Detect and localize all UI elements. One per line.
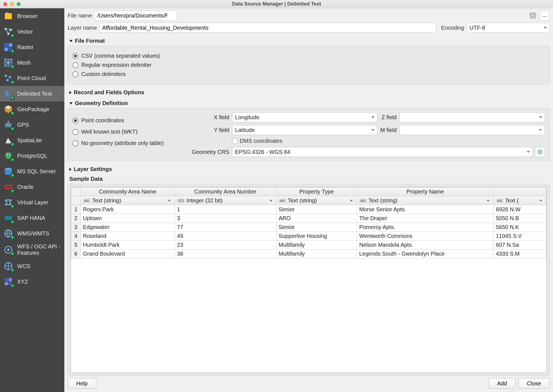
sidebar-item-ms-sql-server[interactable]: +MS SQL Server — [0, 164, 64, 179]
geometry-option[interactable]: No geometry (attribute only table) — [72, 140, 189, 146]
raster-icon: + — [3, 42, 14, 53]
table-cell: Humboldt Park — [81, 241, 175, 250]
table-row[interactable]: 6Grand Boulevard38MultifamilyLegends Sou… — [71, 250, 546, 258]
radio-button[interactable] — [72, 129, 78, 135]
geometry-crs-label: Geometry CRS — [192, 149, 229, 155]
column-type-dropdown[interactable]: abcText (string) — [357, 196, 494, 205]
x-field-value: Longitude — [235, 114, 260, 121]
record-fields-header[interactable]: Record and Fields Options — [69, 89, 550, 96]
sidebar-item-virtual-layer[interactable]: +Virtual Layer — [0, 195, 64, 210]
close-button[interactable]: Close — [518, 378, 550, 389]
table-cell: Multifamily — [276, 250, 357, 258]
postgresql-icon: + — [3, 150, 14, 161]
crs-selector-button[interactable] — [535, 147, 545, 157]
radio-button[interactable] — [72, 62, 78, 68]
y-field-dropdown[interactable]: Latitude — [232, 125, 378, 135]
wfs-ogc-api-features-icon: + — [3, 244, 14, 255]
file-format-title: File Format — [75, 38, 105, 44]
sidebar-item-wfs-ogc-api-features[interactable]: +WFS / OGC API - Features — [0, 241, 64, 258]
sidebar-item-vector[interactable]: +Vector — [0, 24, 64, 39]
sidebar-item-delimited-text[interactable]: +Delimited Text — [0, 86, 64, 101]
sidebar-item-xyz[interactable]: +XYZ — [0, 274, 64, 289]
column-type-dropdown[interactable]: abcText ( — [494, 196, 546, 205]
table-cell: Senior — [276, 223, 357, 232]
file-format-option[interactable]: Custom delimiters — [72, 71, 545, 77]
clear-file-name-button[interactable]: ✕ — [530, 12, 536, 19]
table-cell: Rogers Park — [81, 205, 175, 214]
layer-settings-title: Layer Settings — [74, 166, 112, 172]
browse-file-button[interactable]: … — [540, 11, 550, 21]
layer-settings-header[interactable]: Layer Settings — [69, 166, 550, 172]
column-type-dropdown[interactable]: 123Integer (32 bit) — [175, 196, 276, 205]
minimize-window-button[interactable] — [10, 2, 14, 6]
layer-name-label: Layer name — [68, 25, 97, 31]
add-button[interactable]: Add — [488, 378, 516, 389]
file-format-option[interactable]: CSV (comma separated values) — [72, 53, 545, 59]
encoding-dropdown[interactable]: UTF-8 — [466, 23, 550, 33]
spatialite-icon: + — [3, 135, 14, 146]
sidebar-item-oracle[interactable]: +Oracle — [0, 179, 64, 195]
column-header[interactable]: Community Area Number — [175, 187, 276, 196]
sidebar-item-point-cloud[interactable]: +Point Cloud — [0, 70, 64, 86]
file-name-input[interactable] — [94, 11, 177, 21]
column-header[interactable]: Property Type — [276, 187, 357, 196]
table-row[interactable]: 4Roseland49Supportive HousingWentworth C… — [71, 232, 546, 241]
x-field-dropdown[interactable]: Longitude — [232, 112, 378, 122]
table-cell: Uptown — [81, 214, 175, 223]
window-title: Data Source Manager | Delimited Text — [3, 1, 550, 7]
sidebar-item-label: GPS — [17, 122, 29, 128]
m-field-dropdown[interactable] — [399, 125, 545, 135]
m-field-label: M field — [380, 127, 397, 133]
geometry-definition-header[interactable]: Geometry Definition — [69, 100, 550, 106]
sidebar-item-label: Vector — [17, 29, 33, 35]
sidebar-item-browser[interactable]: Browser — [0, 8, 64, 24]
column-header[interactable]: Community Area Name — [81, 187, 175, 196]
table-row[interactable]: 2Uptown3AROThe Draper5050 N.B — [71, 214, 546, 223]
table-row[interactable]: 3Edgewater77SeniorPomeroy Apts.5650 N.K — [71, 223, 546, 232]
sidebar-item-gps[interactable]: +GPS — [0, 117, 64, 133]
zoom-window-button[interactable] — [17, 2, 21, 6]
sidebar-item-postgresql[interactable]: +PostgreSQL — [0, 148, 64, 164]
sample-table-scroll[interactable]: Community Area NameCommunity Area Number… — [71, 187, 547, 373]
column-type-dropdown[interactable]: abcText (string) — [276, 196, 357, 205]
radio-button[interactable] — [72, 53, 78, 59]
close-window-button[interactable] — [3, 2, 7, 6]
radio-button[interactable] — [72, 71, 78, 77]
column-header[interactable] — [494, 187, 546, 196]
svg-point-20 — [7, 249, 10, 251]
file-format-header[interactable]: File Format — [69, 38, 550, 44]
radio-label: Well known text (WKT) — [81, 129, 138, 135]
dms-checkbox[interactable] — [232, 138, 238, 144]
table-cell: 4333 S.M — [494, 250, 546, 258]
geometry-option[interactable]: Point coordinates — [72, 117, 189, 124]
column-type-dropdown[interactable]: abcText (string) — [81, 196, 175, 205]
table-row[interactable]: 1Rogers Park1SeniorMorse Senior Apts.692… — [71, 205, 546, 214]
svg-rect-22 — [5, 278, 8, 281]
sidebar-item-wcs[interactable]: +WCS — [0, 258, 64, 274]
sidebar-item-raster[interactable]: +Raster — [0, 39, 64, 55]
window-controls — [3, 2, 21, 6]
z-field-dropdown[interactable] — [399, 112, 545, 122]
sidebar-item-geopackage[interactable]: +GeoPackage — [0, 101, 64, 117]
layer-name-row: Layer name Encoding UTF-8 — [68, 23, 550, 33]
table-row[interactable]: 5Humboldt Park23MultifamilyNelson Mandel… — [71, 241, 546, 250]
encoding-label: Encoding — [441, 25, 464, 31]
sidebar-item-wms-wmts[interactable]: +WMS/WMTS — [0, 226, 64, 241]
sap-hana-icon: + — [3, 212, 14, 223]
column-header[interactable]: Property Name — [357, 187, 494, 196]
geometry-option[interactable]: Well known text (WKT) — [72, 129, 189, 135]
row-number: 6 — [71, 250, 81, 258]
geometry-crs-dropdown[interactable]: EPSG:4326 - WGS 84 — [232, 147, 533, 157]
radio-button[interactable] — [72, 140, 78, 146]
radio-button[interactable] — [72, 118, 78, 124]
layer-name-input[interactable] — [99, 23, 436, 33]
sidebar-item-mesh[interactable]: +Mesh — [0, 55, 64, 70]
sidebar-item-spatialite[interactable]: +SpatiaLite — [0, 133, 64, 148]
file-format-option[interactable]: Regular expression delimiter — [72, 62, 545, 68]
sample-table: Community Area NameCommunity Area Number… — [71, 187, 546, 258]
help-button[interactable]: Help — [68, 378, 96, 389]
table-cell: Multifamily — [276, 241, 357, 250]
svg-point-7 — [5, 75, 7, 77]
sidebar-item-sap-hana[interactable]: +SAP HANA — [0, 210, 64, 226]
row-number: 2 — [71, 214, 81, 223]
